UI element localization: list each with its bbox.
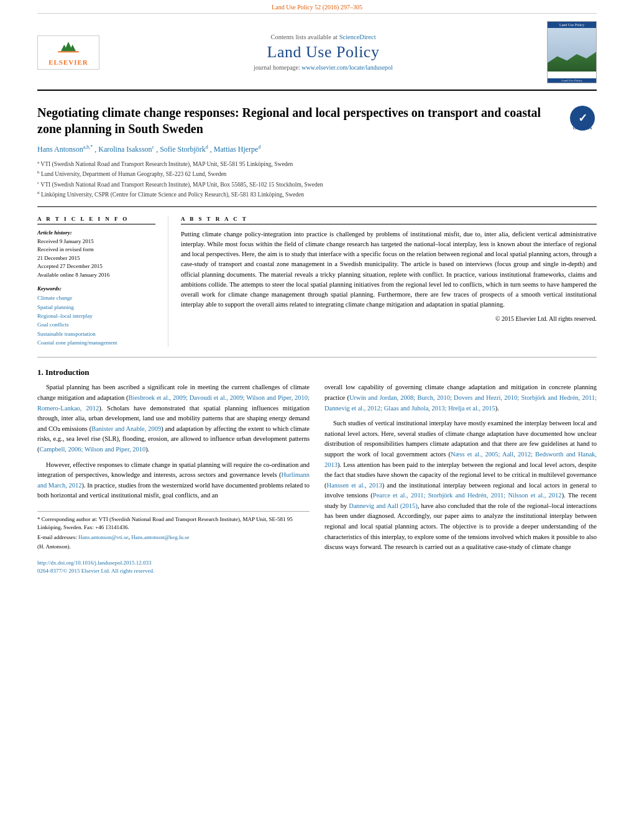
affiliation-b: b Lund University, Department of Human G… (37, 169, 597, 178)
cover-bottom: Land Use Policy (548, 78, 596, 83)
intro-heading: 1. Introduction (37, 367, 597, 377)
author2: , Karolina Isaksson (94, 145, 152, 154)
journal-homepage: journal homepage: www.elsevier.com/locat… (112, 64, 535, 71)
accepted: Accepted 27 December 2015 (37, 262, 155, 271)
svg-text:CrossMark: CrossMark (572, 126, 592, 130)
affiliations-block: a VTI (Swedish National Road and Transpo… (37, 159, 597, 207)
sciencedirect-line: Contents lists available at ScienceDirec… (112, 34, 535, 40)
affiliation-d: d Linköping University, CSPR (Centre for… (37, 190, 597, 199)
author4-sup: d (258, 144, 260, 150)
svg-text:✓: ✓ (578, 112, 587, 124)
revised: Received in revised form (37, 246, 155, 254)
author1-sup: a,b,* (83, 144, 93, 150)
authors-line: Hans Antonsona,b,* , Karolina Isakssonc … (37, 144, 597, 154)
author4: , Mattias Hjerpe (210, 145, 259, 154)
article-info-col: A R T I C L E I N F O Article history: R… (37, 216, 155, 348)
affiliation-c: c VTI (Swedish National Road and Transpo… (37, 180, 597, 189)
ref-urwin[interactable]: Urwin and Jordan, 2008; Burch, 2010; Dov… (324, 394, 597, 412)
ref-hanssen[interactable]: Hanssen et al., 2013 (327, 482, 382, 489)
journal-citation: Land Use Policy 52 (2016) 297–305 (37, 0, 597, 14)
footnote-name: (H. Antonson). (37, 543, 310, 552)
ref-banister[interactable]: Banister and Anable, 2009 (91, 425, 161, 432)
author3-sup: d (206, 144, 208, 150)
intro-col2-text: overall low capability of governing clim… (324, 382, 597, 552)
body-col-left: Spatial planning has been ascribed a sig… (37, 382, 310, 575)
article-info-abstract: A R T I C L E I N F O Article history: R… (37, 216, 597, 348)
ref-dannevig[interactable]: Dannevig and Aall (2015) (349, 502, 418, 509)
abstract-col: A B S T R A C T Putting climate change p… (181, 216, 597, 348)
article-info-label: A R T I C L E I N F O (37, 216, 155, 224)
citation-text: Land Use Policy 52 (2016) 297–305 (272, 4, 362, 11)
footnote-star: * Corresponding author at: VTI (Swedish … (37, 515, 310, 532)
issn-text: 0264-8377/© 2015 Elsevier Ltd. All right… (37, 568, 154, 574)
sciencedirect-link[interactable]: ScienceDirect (339, 34, 376, 40)
received: Received 9 January 2015 (37, 238, 155, 246)
author2-sup: c (152, 144, 155, 150)
journal-header: ELSEVIER Contents lists available at Sci… (37, 14, 597, 91)
ref-naess[interactable]: Næss et al., 2005; Aall, 2012; Bedsworth… (324, 451, 597, 468)
elsevier-logo: ELSEVIER (37, 35, 99, 70)
body-columns: Spatial planning has been ascribed a sig… (37, 382, 597, 575)
intro-col1-text: Spatial planning has been ascribed a sig… (37, 382, 310, 501)
cover-title: Land Use Policy (548, 22, 596, 28)
body-divider (37, 357, 597, 358)
ref-biesbroek[interactable]: Biesbroek et al., 2009; Davoudi et al., … (37, 394, 310, 412)
bottom-bar: http://dx.doi.org/10.1016/j.landusepol.2… (37, 559, 310, 576)
article-history: Article history: Received 9 January 2015… (37, 229, 155, 280)
svg-rect-0 (58, 51, 78, 52)
available-online: Available online 8 January 2016 (37, 271, 155, 280)
keywords-section: Keywords: Climate changeSpatial planning… (37, 285, 155, 347)
col-divider (168, 216, 168, 348)
abstract-label: A B S T R A C T (181, 216, 597, 224)
elsevier-wordmark: ELSEVIER (48, 58, 88, 66)
keywords-label: Keywords: (37, 285, 155, 292)
doi-link[interactable]: http://dx.doi.org/10.1016/j.landusepol.2… (37, 560, 152, 566)
footnote-email1[interactable]: Hans.antonson@vti.se (78, 534, 129, 540)
elsevier-tree-icon (56, 39, 81, 57)
ref-hurlimann[interactable]: Hurlimann and March, 2012 (37, 471, 310, 489)
revised-date: 21 December 2015 (37, 254, 155, 263)
crossmark-badge: ✓ CrossMark (569, 104, 597, 132)
footnote-email2[interactable]: Hans.antonson@keg.lu.se (131, 534, 190, 540)
article-title: Negotiating climate change responses: Re… (37, 104, 597, 137)
ref-campbell[interactable]: Campbell, 2006; Wilson and Piper, 2010 (40, 446, 146, 453)
affiliation-a: a VTI (Swedish National Road and Transpo… (37, 159, 597, 168)
keyword-climate: Climate changeSpatial planningRegional–l… (37, 293, 155, 347)
body-col-right: overall low capability of governing clim… (324, 382, 597, 575)
journal-cover-thumbnail: Land Use Policy Land Use Policy (547, 21, 597, 83)
author3: , Sofie Storbjörk (156, 145, 206, 154)
author1: Hans Antonson (37, 145, 83, 154)
history-label: Article history: (37, 229, 155, 236)
homepage-link[interactable]: www.elsevier.com/locate/landusepol (301, 64, 393, 71)
abstract-text: Putting climate change policy-integratio… (181, 229, 597, 324)
journal-title: Land Use Policy (112, 43, 535, 62)
ref-pearce[interactable]: Pearce et al., 2011; Storbjörk and Hedré… (373, 492, 562, 499)
cover-image (548, 28, 596, 72)
footnote-area: * Corresponding author at: VTI (Swedish … (37, 511, 310, 552)
journal-center: Contents lists available at ScienceDirec… (112, 34, 535, 71)
footnote-emails: E-mail addresses: Hans.antonson@vti.se, … (37, 533, 310, 542)
abstract-copyright: © 2015 Elsevier Ltd. All rights reserved… (181, 314, 597, 324)
